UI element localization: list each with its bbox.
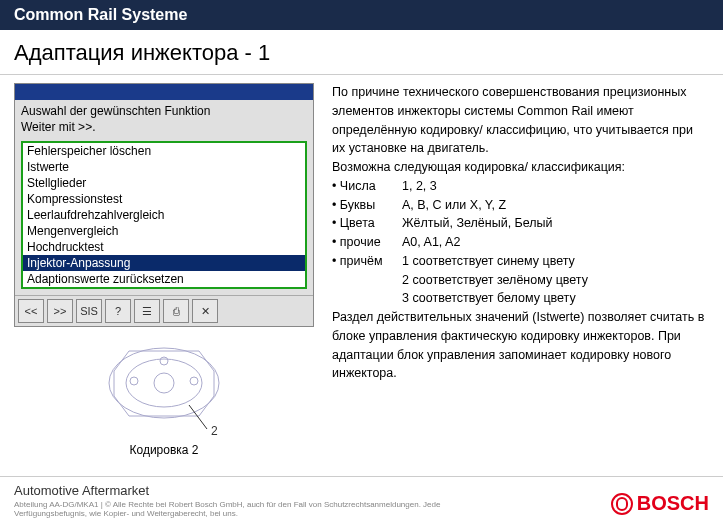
bullet-key: • причём bbox=[332, 252, 402, 271]
bullet-value: A, B, C или X, Y, Z bbox=[402, 196, 709, 215]
bullet-value: 2 соответствует зелёному цвету bbox=[402, 271, 709, 290]
list-item[interactable]: Istwerte bbox=[23, 159, 305, 175]
bosch-logo-text: BOSCH bbox=[637, 492, 709, 515]
svg-point-5 bbox=[160, 357, 168, 365]
list-item[interactable]: Leerlaufdrehzahlvergleich bbox=[23, 207, 305, 223]
list-item[interactable]: Mengenvergleich bbox=[23, 223, 305, 239]
bullet-grid: • Числа1, 2, 3• БуквыA, B, C или X, Y, Z… bbox=[332, 177, 709, 308]
selection-header-line2: Weiter mit >>. bbox=[21, 120, 307, 136]
svg-point-2 bbox=[154, 373, 174, 393]
toolbar-button[interactable]: SIS bbox=[76, 299, 102, 323]
footer-copyright: Abteilung AA-DG/MKA1 | © Alle Rechte bei… bbox=[14, 500, 514, 519]
body-p1: По причине технического совершенствовани… bbox=[332, 83, 709, 158]
list-item[interactable]: Injektor-Anpassung bbox=[23, 255, 305, 271]
svg-point-4 bbox=[190, 377, 198, 385]
toolbar-button[interactable]: ? bbox=[105, 299, 131, 323]
bullet-value: Жёлтый, Зелёный, Белый bbox=[402, 214, 709, 233]
svg-rect-8 bbox=[617, 498, 627, 510]
bullet-value: A0, A1, A2 bbox=[402, 233, 709, 252]
toolbar-button[interactable]: ☰ bbox=[134, 299, 160, 323]
list-item[interactable]: Stellglieder bbox=[23, 175, 305, 191]
window-titlebar bbox=[15, 84, 313, 100]
list-item[interactable]: Kompressionstest bbox=[23, 191, 305, 207]
content: Auswahl der gewünschten Funktion Weiter … bbox=[0, 83, 723, 457]
toolbar-button[interactable]: << bbox=[18, 299, 44, 323]
list-item[interactable]: Fehlerspeicher löschen bbox=[23, 143, 305, 159]
bullet-value: 3 соответствует белому цвету bbox=[402, 289, 709, 308]
toolbar-button[interactable]: ⎙ bbox=[163, 299, 189, 323]
toolbar-button[interactable]: >> bbox=[47, 299, 73, 323]
body-p2: Возможна следующая кодировка/ классифика… bbox=[332, 158, 709, 177]
page-title: Адаптация инжектора - 1 bbox=[0, 30, 723, 75]
bullet-key bbox=[332, 289, 402, 308]
bullet-key: • прочие bbox=[332, 233, 402, 252]
selection-window: Auswahl der gewünschten Funktion Weiter … bbox=[14, 83, 314, 327]
diagram-callout: 2 bbox=[211, 424, 218, 438]
selection-header: Auswahl der gewünschten Funktion Weiter … bbox=[15, 100, 313, 137]
injector-diagram: 2 Кодировка 2 bbox=[14, 341, 314, 457]
bullet-value: 1 соответствует синему цвету bbox=[402, 252, 709, 271]
body-p3: Раздел действительных значений (Istwerte… bbox=[332, 308, 709, 383]
selection-header-line1: Auswahl der gewünschten Funktion bbox=[21, 104, 307, 120]
bullet-key: • Числа bbox=[332, 177, 402, 196]
toolbar-button[interactable]: ✕ bbox=[192, 299, 218, 323]
bosch-logo: BOSCH bbox=[611, 492, 709, 515]
right-column: По причине технического совершенствовани… bbox=[314, 83, 709, 457]
bullet-value: 1, 2, 3 bbox=[402, 177, 709, 196]
window-toolbar: <<>>SIS?☰⎙✕ bbox=[15, 295, 313, 326]
svg-point-3 bbox=[130, 377, 138, 385]
bullet-key: • Цвета bbox=[332, 214, 402, 233]
bullet-key: • Буквы bbox=[332, 196, 402, 215]
footer: Automotive Aftermarket Abteilung AA-DG/M… bbox=[0, 476, 723, 525]
footer-brand: Automotive Aftermarket bbox=[14, 483, 709, 498]
header-bar: Common Rail Systeme bbox=[0, 0, 723, 30]
list-item[interactable]: Adaptionswerte zurücksetzen bbox=[23, 271, 305, 287]
left-column: Auswahl der gewünschten Funktion Weiter … bbox=[14, 83, 314, 457]
bullet-key bbox=[332, 271, 402, 290]
diagram-label: Кодировка 2 bbox=[14, 443, 314, 457]
function-listbox[interactable]: Fehlerspeicher löschenIstwerteStellglied… bbox=[21, 141, 307, 289]
list-item[interactable]: Hochdrucktest bbox=[23, 239, 305, 255]
